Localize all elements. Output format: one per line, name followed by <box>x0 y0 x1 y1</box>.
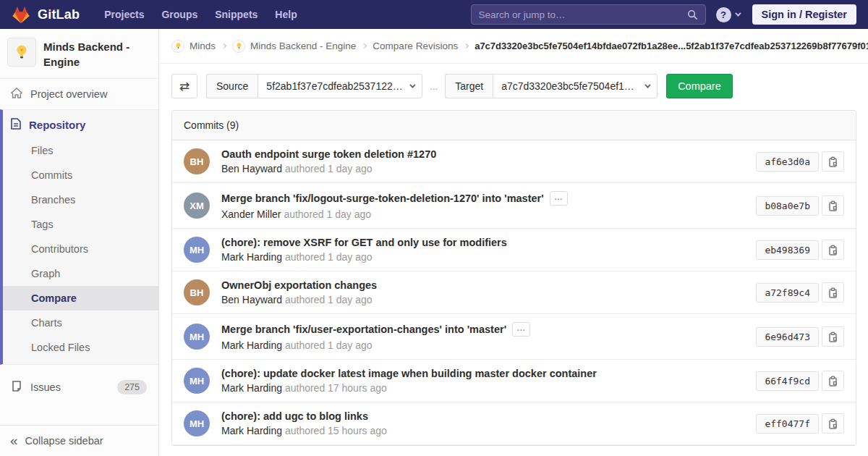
help-icon: ? <box>716 7 731 22</box>
sidebar-item-repository[interactable]: Repository <box>3 110 158 138</box>
commit-author-link[interactable]: Xander Miller <box>221 208 281 220</box>
copy-sha-button[interactable] <box>822 326 844 347</box>
collapse-sidebar-label: Collapse sidebar <box>25 435 103 447</box>
commit-texts: (chore): remove XSRF for GET and only us… <box>221 237 746 263</box>
copy-sha-button[interactable] <box>822 282 844 303</box>
commit-title-link[interactable]: Merge branch 'fix/logout-surge-token-del… <box>221 193 544 204</box>
breadcrumb-item[interactable]: Compare Revisions <box>373 41 469 51</box>
gitlab-wordmark: GitLab <box>38 7 80 22</box>
project-context-header[interactable]: Minds Backend - Engine <box>0 29 158 79</box>
toggle-commit-description-button[interactable]: ... <box>512 322 530 337</box>
commit-meta: Xander Miller authored 1 day ago <box>221 208 746 220</box>
sidebar-repo-subitem[interactable]: Branches <box>3 187 158 212</box>
commit-title-link[interactable]: OwnerObj exportation changes <box>221 279 377 291</box>
commit-row: MH (chore): remove XSRF for GET and only… <box>172 229 856 271</box>
commit-meta: Mark Harding authored 17 hours ago <box>221 382 746 394</box>
sidebar-repo-subitem[interactable]: Compare <box>3 286 158 311</box>
commit-author-link[interactable]: Mark Harding <box>221 382 282 394</box>
target-revision-dropdown[interactable]: a7c7d3320e3bc5fe7504ef14bfdae072fb1a28ee <box>493 74 658 98</box>
commit-sha-link[interactable]: af6e3d0a <box>756 152 819 172</box>
toggle-commit-description-button[interactable]: ... <box>550 191 568 206</box>
commit-author-link[interactable]: Ben Hayward <box>221 294 282 305</box>
copy-sha-button[interactable] <box>822 371 844 391</box>
commit-texts: OwnerObj exportation changes Ben Hayward… <box>221 279 746 305</box>
commit-sha-link[interactable]: 6e96d473 <box>756 327 819 347</box>
commit-row: BH OwnerObj exportation changes Ben Hayw… <box>172 271 856 314</box>
commit-meta: Ben Hayward authored 1 day ago <box>221 294 746 305</box>
search-icon <box>687 9 698 20</box>
nav-menu-item[interactable]: Projects <box>95 0 153 29</box>
commit-author-link[interactable]: Mark Harding <box>221 339 282 351</box>
project-name: Minds Backend - Engine <box>43 38 148 69</box>
sidebar-item-label: Repository <box>29 119 85 131</box>
copy-sha-button[interactable] <box>822 151 844 172</box>
copy-sha-button[interactable] <box>822 240 844 260</box>
sidebar-item-issues[interactable]: Issues 275 <box>0 371 158 403</box>
commit-title-link[interactable]: Oauth endpoint surge token deletion #127… <box>221 148 436 160</box>
breadcrumb-label: Minds Backend - Engine <box>250 41 356 51</box>
clipboard-icon <box>828 200 838 211</box>
commit-sha-link[interactable]: b08a0e7b <box>756 196 819 216</box>
commit-sha-link[interactable]: a72f89c4 <box>756 283 819 303</box>
help-menu[interactable]: ? <box>716 7 739 22</box>
sidebar-repo-subitem[interactable]: Locked Files <box>3 335 158 360</box>
sidebar-repo-subitem[interactable]: Tags <box>3 212 158 237</box>
nav-menu-item[interactable]: Snippets <box>206 0 266 29</box>
commit-meta: Mark Harding authored 15 hours ago <box>221 425 746 436</box>
swap-revisions-button[interactable]: ⇄ <box>171 74 197 98</box>
commit-authored-time: authored 15 hours ago <box>285 425 387 436</box>
commit-author-avatar[interactable]: MH <box>184 237 210 263</box>
search-box[interactable] <box>471 4 706 25</box>
sidebar-item-project-overview[interactable]: Project overview <box>0 79 158 109</box>
breadcrumb-item[interactable]: Minds <box>171 40 227 53</box>
chevron-right-icon <box>362 43 367 48</box>
commit-author-avatar[interactable]: XM <box>184 193 210 219</box>
nav-menu-item[interactable]: Help <box>266 0 305 29</box>
project-avatar <box>7 38 36 67</box>
sidebar-repo-subitem[interactable]: Contributors <box>3 237 158 261</box>
commit-sha-link[interactable]: eb498369 <box>756 240 819 260</box>
compare-button[interactable]: Compare <box>666 74 733 98</box>
commit-author-avatar[interactable]: MH <box>184 410 210 436</box>
collapse-sidebar-button[interactable]: « Collapse sidebar <box>0 425 158 456</box>
lightbulb-icon <box>175 42 182 50</box>
commits-panel-header: Commits (9) <box>172 111 856 140</box>
commit-title-link[interactable]: Merge branch 'fix/user-exportation-chang… <box>221 324 506 335</box>
commit-title-link[interactable]: (chore): remove XSRF for GET and only us… <box>221 237 507 248</box>
gitlab-logo[interactable]: GitLab <box>12 6 80 24</box>
commit-sha-link[interactable]: 66f4f9cd <box>756 371 819 391</box>
commit-author-avatar[interactable]: MH <box>184 324 210 350</box>
breadcrumb-label: Minds <box>190 41 216 51</box>
chevron-right-icon <box>221 43 226 48</box>
copy-sha-button[interactable] <box>822 413 844 434</box>
sidebar-repo-subitem[interactable]: Files <box>3 138 158 163</box>
search-input[interactable] <box>479 9 687 20</box>
sidebar-item-label: Project overview <box>30 88 107 100</box>
repository-section: Repository Files Commits Branches Tags C… <box>0 109 158 365</box>
commit-sha-link[interactable]: eff0477f <box>756 414 819 434</box>
commit-author-avatar[interactable]: MH <box>184 368 210 394</box>
copy-sha-button[interactable] <box>822 195 844 216</box>
target-group: Target a7c7d3320e3bc5fe7504ef14bfdae072f… <box>445 74 658 98</box>
commit-title-link[interactable]: (chore): add ugc to blog links <box>221 410 368 422</box>
sidebar-repo-subitem[interactable]: Commits <box>3 163 158 187</box>
commit-sha-group: 66f4f9cd <box>756 371 844 391</box>
commit-meta: Ben Hayward authored 1 day ago <box>221 163 746 174</box>
commit-title-link[interactable]: (chore): update docker latest image when… <box>221 368 597 379</box>
commit-author-avatar[interactable]: BH <box>184 279 210 305</box>
source-revision-dropdown[interactable]: 5f2ab1f37e7cdfeab253712269b8f77679f01d19 <box>258 74 422 98</box>
commit-author-link[interactable]: Mark Harding <box>221 425 282 436</box>
sign-in-register-button[interactable]: Sign in / Register <box>752 4 856 25</box>
commit-author-avatar[interactable]: BH <box>184 148 210 174</box>
commit-authored-time: authored 1 day ago <box>284 208 371 220</box>
chevron-down-icon <box>735 10 741 16</box>
sidebar-item-label: Issues <box>30 381 61 393</box>
nav-menu-item[interactable]: Groups <box>153 0 206 29</box>
breadcrumb-avatar <box>171 40 184 53</box>
commit-authored-time: authored 1 day ago <box>285 294 373 305</box>
commit-author-link[interactable]: Mark Harding <box>221 251 282 263</box>
sidebar-repo-subitem[interactable]: Charts <box>3 311 158 335</box>
breadcrumb-item[interactable]: Minds Backend - Engine <box>232 40 367 53</box>
commit-author-link[interactable]: Ben Hayward <box>221 163 282 174</box>
sidebar-repo-subitem[interactable]: Graph <box>3 261 158 286</box>
